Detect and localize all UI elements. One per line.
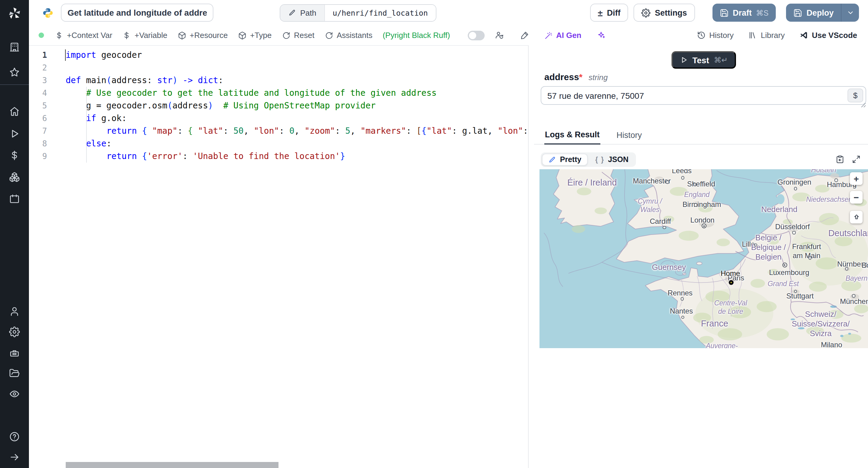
plus-minus-icon: ± (598, 8, 602, 17)
test-button[interactable]: Test ⌘↵ (672, 51, 736, 69)
code-line-2: 2 (29, 61, 528, 74)
code-line-1: 1import geocoder (29, 49, 528, 61)
tab-history[interactable]: History (616, 130, 643, 144)
map-city-dot (693, 183, 696, 186)
test-shortcut: ⌘↵ (714, 56, 728, 64)
history-button[interactable]: History (696, 31, 734, 40)
map-zoom-in-button[interactable]: + (850, 172, 863, 185)
code-line-9: 9 return {'error': 'Unable to find the l… (29, 150, 528, 163)
expand-result-icon[interactable] (852, 155, 861, 164)
boxes-icon[interactable] (9, 172, 20, 182)
line-number: 7 (29, 127, 47, 136)
path-control[interactable]: Path u/henri/find_location (280, 4, 436, 22)
line-number: 2 (29, 63, 47, 72)
editor-toolbar: +Context Var +Variable +Resource +Type R… (29, 25, 868, 45)
line-number: 5 (29, 101, 47, 110)
library-button[interactable]: Library (748, 31, 785, 40)
add-variable-button[interactable]: +Variable (123, 31, 167, 40)
ai-gen-button[interactable]: AI Gen (544, 31, 581, 40)
library-icon (748, 31, 757, 40)
code-editor[interactable]: 1import geocoder23def main(address: str)… (29, 45, 529, 468)
map-recenter-button[interactable] (850, 211, 863, 224)
map-city-dot (681, 297, 684, 301)
multiplayer-toggle[interactable] (467, 30, 484, 40)
code-text: def main(address: str) -> dict: (66, 74, 223, 87)
sidebar-divider (0, 84, 29, 85)
map-zoom-out-button[interactable]: − (850, 191, 863, 204)
required-asterisk: * (579, 72, 583, 82)
map-capital-ring (702, 224, 707, 229)
home-icon[interactable] (9, 106, 20, 117)
code-text: else: (66, 137, 112, 150)
play-icon (680, 56, 687, 64)
format-brush-icon[interactable] (520, 31, 529, 40)
reset-button[interactable]: Reset (282, 31, 314, 40)
map-city-dot (681, 176, 684, 179)
sparkles-icon[interactable] (596, 31, 606, 40)
map-city-dot (792, 231, 796, 234)
home-marker-label: Home (721, 269, 740, 278)
pencil-icon (288, 9, 296, 16)
building-icon[interactable] (9, 41, 20, 53)
user-icon[interactable] (9, 306, 20, 317)
windmill-script-editor: Path u/henri/find_location ± Diff Settin… (0, 0, 868, 468)
code-text: g = geocoder.osm(address) # Using OpenSt… (66, 99, 375, 112)
code-text: return {'error': 'Unable to find the loc… (66, 150, 345, 163)
deploy-button[interactable]: Deploy (786, 4, 859, 22)
add-context-var-button[interactable]: +Context Var (55, 31, 113, 40)
result-tabs: Logs & Result History (534, 129, 868, 144)
deploy-dropdown-button[interactable] (841, 4, 859, 22)
use-vscode-button[interactable]: Use VScode (799, 31, 857, 40)
settings-button[interactable]: Settings (634, 4, 695, 22)
arrow-right-icon[interactable] (9, 452, 20, 463)
eye-icon[interactable] (9, 389, 20, 399)
diff-button[interactable]: ± Diff (590, 4, 628, 22)
status-dot (38, 33, 44, 38)
tab-logs-result[interactable]: Logs & Result (544, 129, 600, 144)
copy-result-icon[interactable] (835, 155, 844, 164)
line-number: 3 (29, 76, 47, 85)
code-text: if g.ok: (66, 112, 127, 125)
home-marker[interactable] (728, 280, 733, 285)
package-icon (178, 31, 186, 39)
gear-icon[interactable] (9, 327, 20, 337)
chevron-down-icon (846, 8, 855, 17)
dollar-icon[interactable] (9, 150, 20, 161)
argument-label-row: address* string (544, 72, 608, 82)
pretty-view-button[interactable]: Pretty (542, 153, 588, 165)
json-view-button[interactable]: { } JSON (589, 153, 634, 165)
code-line-3: 3def main(address: str) -> dict: (29, 74, 528, 87)
line-number: 8 (29, 139, 47, 148)
calendar-icon[interactable] (9, 193, 20, 204)
line-number: 4 (29, 89, 47, 98)
help-icon[interactable] (9, 431, 20, 442)
add-resource-button[interactable]: +Resource (178, 31, 227, 40)
map[interactable]: LeedsManchesterSheffieldBirminghamLondon… (539, 169, 868, 348)
windmill-logo[interactable] (8, 7, 21, 20)
map-city-dot (681, 315, 684, 319)
address-input[interactable] (541, 86, 866, 105)
braces-icon: { } (595, 156, 604, 163)
assistants-button[interactable]: Assistants (324, 31, 373, 40)
draft-button[interactable]: Draft ⌘S (712, 4, 776, 22)
history-icon (696, 31, 706, 40)
draft-shortcut: ⌘S (756, 8, 769, 17)
play-icon[interactable] (9, 128, 20, 139)
map-city-dot (794, 290, 797, 293)
code-text: import geocoder (66, 49, 142, 61)
arg-input-wrap: $ (541, 86, 866, 105)
robot-icon[interactable] (9, 347, 20, 358)
package-icon (238, 31, 247, 39)
star-icon[interactable] (9, 67, 20, 78)
path-value: u/henri/find_location (325, 4, 436, 21)
resize-handle[interactable] (860, 99, 866, 105)
code-line-6: 6 if g.ok: (29, 112, 528, 125)
add-type-button[interactable]: +Type (238, 31, 272, 40)
arg-type: string (589, 73, 608, 82)
script-title-input[interactable] (61, 4, 213, 22)
horizontal-scrollbar[interactable] (66, 462, 278, 468)
pen-icon (549, 156, 556, 163)
folder-open-icon[interactable] (9, 368, 20, 379)
map-capital-ring (782, 263, 787, 267)
line-number: 6 (29, 114, 47, 123)
